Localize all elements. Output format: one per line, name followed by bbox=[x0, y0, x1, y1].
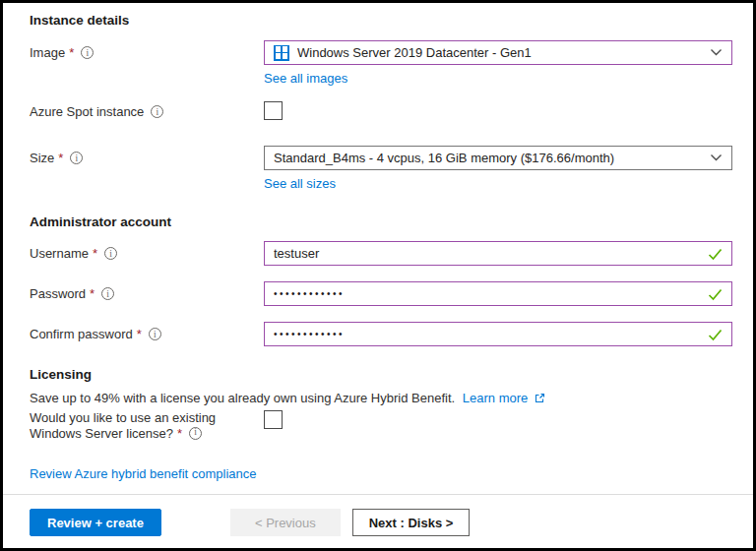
password-field-box bbox=[264, 281, 732, 306]
username-input[interactable] bbox=[274, 246, 723, 261]
image-select-value: Windows Server 2019 Datacenter - Gen1 bbox=[297, 45, 532, 60]
azure-hybrid-benefit-compliance-link[interactable]: Review Azure hybrid benefit compliance bbox=[30, 466, 257, 481]
image-select[interactable]: Windows Server 2019 Datacenter - Gen1 bbox=[264, 40, 732, 65]
info-icon[interactable] bbox=[149, 328, 161, 340]
review-create-button[interactable]: Review + create bbox=[30, 509, 161, 536]
info-icon[interactable] bbox=[189, 427, 202, 440]
next-disks-button[interactable]: Next : Disks > bbox=[352, 509, 471, 536]
size-label: Size* bbox=[30, 146, 264, 165]
azure-spot-checkbox[interactable] bbox=[264, 101, 283, 120]
section-title-instance-details: Instance details bbox=[30, 13, 732, 28]
required-asterisk: * bbox=[58, 151, 63, 165]
username-field-box bbox=[264, 241, 732, 266]
required-asterisk: * bbox=[90, 286, 94, 301]
learn-more-link[interactable]: Learn more bbox=[463, 391, 528, 406]
size-select-value: Standard_B4ms - 4 vcpus, 16 GiB memory (… bbox=[274, 151, 614, 165]
info-icon[interactable] bbox=[104, 247, 117, 260]
chevron-down-icon bbox=[710, 153, 723, 162]
required-asterisk: * bbox=[69, 45, 74, 60]
confirm-password-input[interactable] bbox=[274, 329, 723, 339]
required-asterisk: * bbox=[93, 246, 97, 261]
info-icon[interactable] bbox=[101, 287, 114, 300]
image-label: Image* bbox=[30, 40, 264, 60]
info-icon[interactable] bbox=[81, 46, 94, 59]
valid-check-icon bbox=[708, 248, 723, 261]
confirm-password-label: Confirm password* bbox=[30, 322, 264, 341]
required-asterisk: * bbox=[137, 327, 142, 341]
password-input[interactable] bbox=[274, 288, 723, 299]
licensing-info-text: Save up to 49% with a license you alread… bbox=[30, 391, 732, 407]
section-title-licensing: Licensing bbox=[30, 367, 732, 382]
size-select[interactable]: Standard_B4ms - 4 vcpus, 16 GiB memory (… bbox=[264, 146, 732, 170]
section-title-administrator-account: Administrator account bbox=[30, 214, 732, 229]
license-question-label: Would you like to use an existing Window… bbox=[30, 410, 264, 441]
see-all-sizes-link[interactable]: See all sizes bbox=[264, 176, 336, 191]
footer-action-bar: Review + create < Previous Next : Disks … bbox=[3, 494, 753, 548]
username-label: Username* bbox=[30, 241, 264, 261]
password-label: Password* bbox=[30, 281, 264, 301]
required-asterisk: * bbox=[177, 426, 182, 441]
license-checkbox[interactable] bbox=[264, 410, 283, 429]
info-icon[interactable] bbox=[151, 105, 163, 118]
valid-check-icon bbox=[708, 329, 723, 341]
external-link-icon bbox=[535, 392, 545, 406]
create-vm-basics-form: Instance details Image* Windows Server 2… bbox=[0, 0, 756, 551]
chevron-down-icon bbox=[710, 48, 723, 57]
see-all-images-link[interactable]: See all images bbox=[264, 71, 347, 86]
previous-button[interactable]: < Previous bbox=[230, 509, 341, 536]
confirm-password-field-box bbox=[264, 322, 732, 346]
valid-check-icon bbox=[708, 288, 723, 301]
info-icon[interactable] bbox=[70, 152, 83, 164]
azure-spot-label: Azure Spot instance bbox=[30, 101, 264, 119]
windows-logo-icon bbox=[274, 45, 289, 61]
